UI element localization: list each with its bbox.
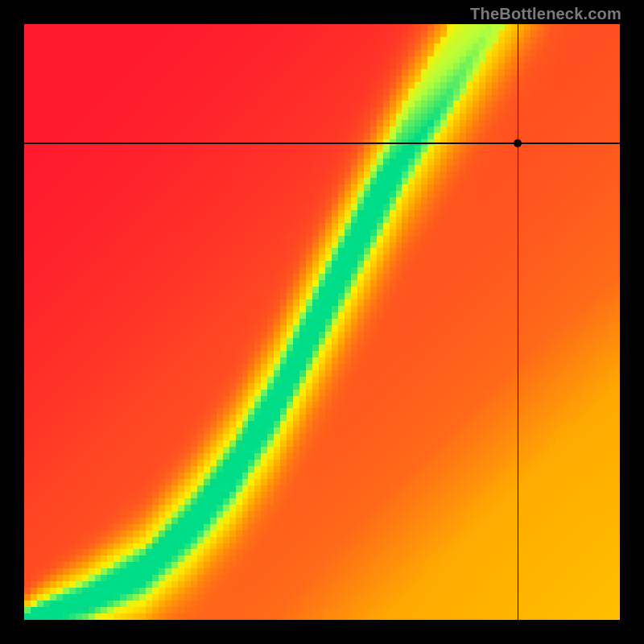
heatmap-canvas	[24, 24, 620, 620]
watermark-text: TheBottleneck.com	[470, 5, 621, 23]
plot-area	[24, 24, 620, 620]
bottleneck-heatmap-chart: TheBottleneck.com	[0, 0, 644, 644]
